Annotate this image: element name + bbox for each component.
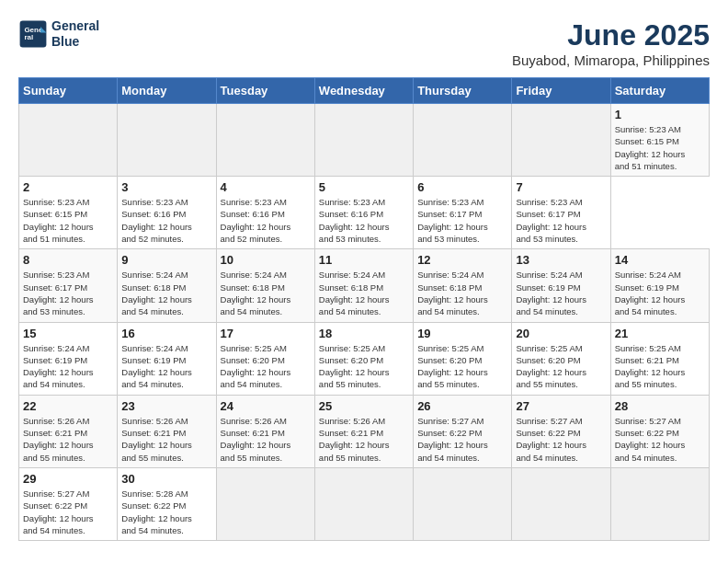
- day-info: Sunrise: 5:24 AMSunset: 6:19 PMDaylight:…: [516, 269, 606, 317]
- day-number: 14: [615, 253, 705, 267]
- day-info: Sunrise: 5:23 AMSunset: 6:16 PMDaylight:…: [319, 196, 409, 245]
- day-info: Sunrise: 5:28 AMSunset: 6:22 PMDaylight:…: [121, 488, 211, 536]
- day-number: 9: [121, 253, 211, 267]
- location-subtitle: Buyabod, Mimaropa, Philippines: [512, 52, 710, 68]
- day-number: 3: [121, 180, 211, 194]
- day-info: Sunrise: 5:24 AMSunset: 6:18 PMDaylight:…: [319, 269, 409, 317]
- calendar-cell-empty: [314, 104, 413, 177]
- day-number: 8: [23, 253, 113, 267]
- calendar-cell-empty: [216, 104, 314, 177]
- day-number: 30: [121, 472, 211, 486]
- day-number: 22: [23, 399, 113, 413]
- day-info: Sunrise: 5:27 AMSunset: 6:22 PMDaylight:…: [23, 488, 113, 536]
- calendar-cell-day-23: 23Sunrise: 5:26 AMSunset: 6:21 PMDayligh…: [118, 395, 216, 467]
- calendar-cell-day-19: 19Sunrise: 5:25 AMSunset: 6:20 PMDayligh…: [414, 322, 512, 395]
- calendar-cell-empty: [414, 104, 512, 177]
- calendar-cell-day-16: 16Sunrise: 5:24 AMSunset: 6:19 PMDayligh…: [118, 322, 216, 395]
- day-number: 10: [221, 253, 311, 267]
- calendar-cell-empty: [314, 467, 413, 540]
- calendar-cell-day-24: 24Sunrise: 5:26 AMSunset: 6:21 PMDayligh…: [216, 395, 314, 467]
- calendar-cell-day-13: 13Sunrise: 5:24 AMSunset: 6:19 PMDayligh…: [512, 249, 610, 322]
- calendar-cell-empty: [118, 104, 216, 177]
- day-info: Sunrise: 5:23 AMSunset: 6:16 PMDaylight:…: [221, 196, 311, 245]
- day-info: Sunrise: 5:25 AMSunset: 6:20 PMDaylight:…: [417, 342, 507, 391]
- calendar-week-4: 15Sunrise: 5:24 AMSunset: 6:19 PMDayligh…: [19, 322, 710, 395]
- calendar-cell-day-20: 20Sunrise: 5:25 AMSunset: 6:20 PMDayligh…: [512, 322, 610, 395]
- calendar-cell-day-26: 26Sunrise: 5:27 AMSunset: 6:22 PMDayligh…: [414, 395, 512, 467]
- calendar-cell-day-14: 14Sunrise: 5:24 AMSunset: 6:19 PMDayligh…: [610, 249, 709, 322]
- day-info: Sunrise: 5:23 AMSunset: 6:16 PMDaylight:…: [121, 196, 211, 245]
- calendar-cell-day-7: 7Sunrise: 5:23 AMSunset: 6:17 PMDaylight…: [512, 177, 610, 249]
- logo-text: General Blue: [51, 18, 99, 50]
- day-number: 20: [516, 327, 606, 340]
- day-number: 2: [23, 180, 113, 194]
- day-number: 16: [121, 327, 211, 340]
- calendar-cell-day-4: 4Sunrise: 5:23 AMSunset: 6:16 PMDaylight…: [216, 177, 314, 249]
- calendar-cell-day-2: 2Sunrise: 5:23 AMSunset: 6:15 PMDaylight…: [19, 177, 118, 249]
- day-number: 13: [516, 253, 606, 267]
- day-number: 11: [319, 253, 409, 267]
- calendar-cell-day-1: 1Sunrise: 5:23 AMSunset: 6:15 PMDaylight…: [610, 104, 709, 177]
- day-info: Sunrise: 5:25 AMSunset: 6:21 PMDaylight:…: [615, 342, 705, 391]
- calendar-cell-day-6: 6Sunrise: 5:23 AMSunset: 6:17 PMDaylight…: [414, 177, 512, 249]
- calendar-cell-empty: [610, 467, 709, 540]
- calendar-cell-day-18: 18Sunrise: 5:25 AMSunset: 6:20 PMDayligh…: [314, 322, 413, 395]
- day-number: 19: [417, 327, 507, 340]
- day-number: 23: [121, 399, 211, 413]
- calendar-cell-empty: [512, 467, 610, 540]
- header: Gene ral General Blue June 2025 Buyabod,…: [18, 18, 710, 68]
- calendar-week-1: 1Sunrise: 5:23 AMSunset: 6:15 PMDaylight…: [19, 104, 710, 177]
- calendar-header-wednesday: Wednesday: [314, 78, 413, 104]
- day-info: Sunrise: 5:26 AMSunset: 6:21 PMDaylight:…: [319, 415, 409, 464]
- calendar-header-sunday: Sunday: [19, 78, 118, 104]
- day-number: 26: [417, 399, 507, 413]
- day-info: Sunrise: 5:24 AMSunset: 6:18 PMDaylight:…: [417, 269, 507, 317]
- day-number: 21: [615, 327, 705, 340]
- logo-icon: Gene ral: [18, 19, 48, 49]
- day-number: 4: [221, 180, 311, 194]
- calendar-week-3: 8Sunrise: 5:23 AMSunset: 6:17 PMDaylight…: [19, 249, 710, 322]
- day-info: Sunrise: 5:25 AMSunset: 6:20 PMDaylight:…: [221, 342, 311, 391]
- calendar-cell-day-8: 8Sunrise: 5:23 AMSunset: 6:17 PMDaylight…: [19, 249, 118, 322]
- logo: Gene ral General Blue: [18, 18, 99, 50]
- day-info: Sunrise: 5:23 AMSunset: 6:15 PMDaylight:…: [615, 123, 705, 172]
- calendar-header-row: SundayMondayTuesdayWednesdayThursdayFrid…: [19, 78, 710, 104]
- calendar-table: SundayMondayTuesdayWednesdayThursdayFrid…: [18, 77, 710, 541]
- calendar-header-tuesday: Tuesday: [216, 78, 314, 104]
- calendar-cell-day-30: 30Sunrise: 5:28 AMSunset: 6:22 PMDayligh…: [118, 467, 216, 540]
- day-number: 18: [319, 327, 409, 340]
- calendar-cell-day-15: 15Sunrise: 5:24 AMSunset: 6:19 PMDayligh…: [19, 322, 118, 395]
- day-number: 1: [615, 108, 705, 121]
- calendar-cell-day-25: 25Sunrise: 5:26 AMSunset: 6:21 PMDayligh…: [314, 395, 413, 467]
- day-number: 5: [319, 180, 409, 194]
- day-info: Sunrise: 5:24 AMSunset: 6:18 PMDaylight:…: [221, 269, 311, 317]
- day-info: Sunrise: 5:25 AMSunset: 6:20 PMDaylight:…: [516, 342, 606, 391]
- calendar-cell-empty: [19, 104, 118, 177]
- calendar-cell-day-11: 11Sunrise: 5:24 AMSunset: 6:18 PMDayligh…: [314, 249, 413, 322]
- month-title: June 2025: [512, 18, 710, 52]
- calendar-header-monday: Monday: [118, 78, 216, 104]
- day-number: 27: [516, 399, 606, 413]
- title-area: June 2025 Buyabod, Mimaropa, Philippines: [512, 18, 710, 68]
- day-info: Sunrise: 5:24 AMSunset: 6:19 PMDaylight:…: [615, 269, 705, 317]
- day-info: Sunrise: 5:26 AMSunset: 6:21 PMDaylight:…: [23, 415, 113, 464]
- calendar-cell-day-27: 27Sunrise: 5:27 AMSunset: 6:22 PMDayligh…: [512, 395, 610, 467]
- calendar-cell-day-12: 12Sunrise: 5:24 AMSunset: 6:18 PMDayligh…: [414, 249, 512, 322]
- day-number: 24: [221, 399, 311, 413]
- day-number: 15: [23, 327, 113, 340]
- day-number: 7: [516, 180, 606, 194]
- calendar-cell-day-22: 22Sunrise: 5:26 AMSunset: 6:21 PMDayligh…: [19, 395, 118, 467]
- calendar-cell-day-3: 3Sunrise: 5:23 AMSunset: 6:16 PMDaylight…: [118, 177, 216, 249]
- calendar-cell-day-5: 5Sunrise: 5:23 AMSunset: 6:16 PMDaylight…: [314, 177, 413, 249]
- calendar-cell-empty: [216, 467, 314, 540]
- calendar-header-saturday: Saturday: [610, 78, 709, 104]
- calendar-header-friday: Friday: [512, 78, 610, 104]
- day-number: 6: [417, 180, 507, 194]
- day-info: Sunrise: 5:27 AMSunset: 6:22 PMDaylight:…: [417, 415, 507, 464]
- calendar-week-5: 22Sunrise: 5:26 AMSunset: 6:21 PMDayligh…: [19, 395, 710, 467]
- day-info: Sunrise: 5:27 AMSunset: 6:22 PMDaylight:…: [615, 415, 705, 464]
- calendar-cell-day-21: 21Sunrise: 5:25 AMSunset: 6:21 PMDayligh…: [610, 322, 709, 395]
- day-info: Sunrise: 5:26 AMSunset: 6:21 PMDaylight:…: [121, 415, 211, 464]
- calendar-cell-day-28: 28Sunrise: 5:27 AMSunset: 6:22 PMDayligh…: [610, 395, 709, 467]
- day-number: 28: [615, 399, 705, 413]
